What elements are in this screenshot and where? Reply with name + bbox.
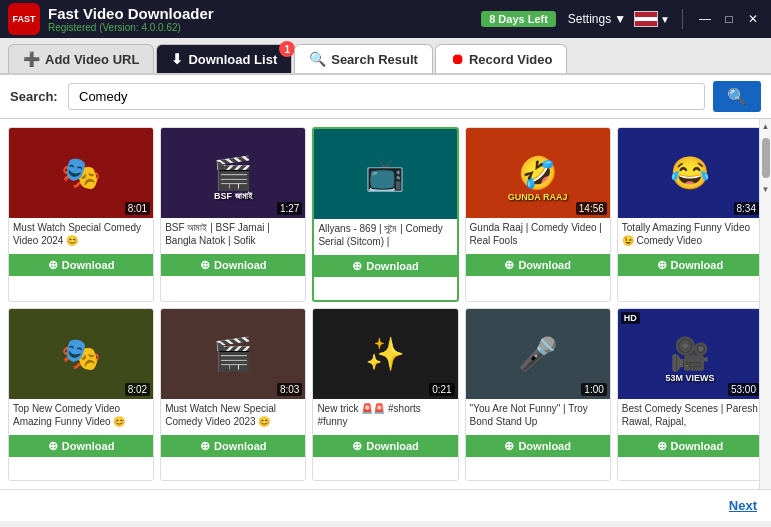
download-icon: ⊕	[48, 439, 58, 453]
record-icon: ⏺	[450, 51, 464, 67]
video-thumbnail: 🎥 53M VIEWS HD 53:00	[618, 309, 762, 399]
download-label: Download	[518, 259, 571, 271]
video-title: Must Watch New Special Comedy Video 2023…	[161, 399, 305, 435]
chevron-down-icon: ▼	[614, 12, 626, 26]
thumb-emoji: 🎬	[213, 154, 253, 192]
video-title: Must Watch Special Comedy Video 2024 😊	[9, 218, 153, 254]
download-button[interactable]: ⊕ Download	[314, 255, 456, 277]
video-card[interactable]: ✨ 0:21 New trick 🚨🚨 #shorts #funny ⊕ Dow…	[312, 308, 458, 481]
video-title: Best Comedy Scenes | Paresh Rawal, Rajpa…	[618, 399, 762, 435]
scroll-thumb[interactable]	[762, 138, 770, 178]
video-card[interactable]: 🎬 BSF জামাই 1:27 BSF আমাই | BSF Jamai | …	[160, 127, 306, 302]
search-label: Search:	[10, 89, 60, 104]
download-button[interactable]: ⊕ Download	[618, 254, 762, 276]
video-thumbnail: 📺	[314, 129, 456, 219]
video-grid-container: 🎭 8:01 Must Watch Special Comedy Video 2…	[0, 119, 771, 489]
video-card[interactable]: 🤣 GUNDA RAAJ 14:56 Gunda Raaj | Comedy V…	[465, 127, 611, 302]
thumb-emoji: ✨	[365, 335, 405, 373]
download-button[interactable]: ⊕ Download	[161, 435, 305, 457]
scroll-up-arrow[interactable]: ▲	[762, 119, 770, 134]
video-card[interactable]: 🎭 8:02 Top New Comedy Video Amazing Funn…	[8, 308, 154, 481]
download-list-icon: ⬇	[171, 51, 183, 67]
download-label: Download	[366, 260, 419, 272]
video-title: Allyans - 869 | সুমৈ | Comedy Serial (Si…	[314, 219, 456, 255]
download-label: Download	[518, 440, 571, 452]
video-duration: 8:01	[125, 202, 150, 215]
app-logo: FAST	[8, 3, 40, 35]
tab-search-result[interactable]: 🔍 Search Result	[294, 44, 433, 73]
video-card[interactable]: 🎬 8:03 Must Watch New Special Comedy Vid…	[160, 308, 306, 481]
video-thumbnail: 🎭 8:02	[9, 309, 153, 399]
video-card[interactable]: 😂 8:34 Totally Amazing Funny Video😉 Come…	[617, 127, 763, 302]
scrollbar[interactable]: ▲ ▼	[759, 119, 771, 489]
tab-record-label: Record Video	[469, 52, 553, 67]
title-bar: FAST Fast Video Downloader Registered (V…	[0, 0, 771, 38]
video-duration: 8:02	[125, 383, 150, 396]
tab-record-video[interactable]: ⏺ Record Video	[435, 44, 568, 73]
video-grid: 🎭 8:01 Must Watch Special Comedy Video 2…	[0, 119, 771, 489]
download-button[interactable]: ⊕ Download	[9, 435, 153, 457]
close-button[interactable]: ✕	[743, 9, 763, 29]
flag-area[interactable]: ▼	[634, 11, 670, 27]
download-label: Download	[62, 440, 115, 452]
video-card[interactable]: 🎭 8:01 Must Watch Special Comedy Video 2…	[8, 127, 154, 302]
download-icon: ⊕	[657, 439, 667, 453]
thumb-overlay-text: GUNDA RAAJ	[466, 192, 610, 202]
video-duration: 1:27	[277, 202, 302, 215]
thumb-emoji: 🤣	[518, 154, 558, 192]
next-button[interactable]: Next	[729, 498, 757, 513]
minimize-button[interactable]: —	[695, 9, 715, 29]
download-icon: ⊕	[504, 439, 514, 453]
app-title-area: Fast Video Downloader Registered (Versio…	[48, 5, 481, 33]
download-button[interactable]: ⊕ Download	[466, 435, 610, 457]
tab-download-list[interactable]: ⬇ Download List 1	[156, 44, 292, 73]
video-card[interactable]: 🎤 1:00 "You Are Not Funny" | Troy Bond S…	[465, 308, 611, 481]
download-badge: 1	[279, 41, 295, 57]
video-thumbnail: 🤣 GUNDA RAAJ 14:56	[466, 128, 610, 218]
app-name: Fast Video Downloader	[48, 5, 481, 22]
add-icon: ➕	[23, 51, 40, 67]
search-tab-icon: 🔍	[309, 51, 326, 67]
download-button[interactable]: ⊕ Download	[9, 254, 153, 276]
video-thumbnail: ✨ 0:21	[313, 309, 457, 399]
video-title: Totally Amazing Funny Video😉 Comedy Vide…	[618, 218, 762, 254]
thumb-emoji: 🎬	[213, 335, 253, 373]
video-duration: 53:00	[728, 383, 759, 396]
download-label: Download	[62, 259, 115, 271]
video-title: Gunda Raaj | Comedy Video | Real Fools	[466, 218, 610, 254]
download-button[interactable]: ⊕ Download	[618, 435, 762, 457]
thumb-emoji: 📺	[365, 155, 405, 193]
settings-button[interactable]: Settings ▼	[568, 12, 626, 26]
download-button[interactable]: ⊕ Download	[161, 254, 305, 276]
scroll-down-arrow[interactable]: ▼	[762, 182, 770, 197]
video-thumbnail: 🎬 8:03	[161, 309, 305, 399]
tab-add-label: Add Video URL	[45, 52, 139, 67]
video-thumbnail: 😂 8:34	[618, 128, 762, 218]
video-title: "You Are Not Funny" | Troy Bond Stand Up	[466, 399, 610, 435]
video-thumbnail: 🎬 BSF জামাই 1:27	[161, 128, 305, 218]
video-title: New trick 🚨🚨 #shorts #funny	[313, 399, 457, 435]
download-icon: ⊕	[200, 258, 210, 272]
download-label: Download	[214, 259, 267, 271]
download-label: Download	[214, 440, 267, 452]
download-label: Download	[671, 440, 724, 452]
download-button[interactable]: ⊕ Download	[313, 435, 457, 457]
download-icon: ⊕	[48, 258, 58, 272]
video-card[interactable]: 🎥 53M VIEWS HD 53:00 Best Comedy Scenes …	[617, 308, 763, 481]
download-icon: ⊕	[352, 439, 362, 453]
download-icon: ⊕	[200, 439, 210, 453]
download-icon: ⊕	[657, 258, 667, 272]
search-button[interactable]: 🔍	[713, 81, 761, 112]
window-controls: — □ ✕	[695, 9, 763, 29]
download-button[interactable]: ⊕ Download	[466, 254, 610, 276]
maximize-button[interactable]: □	[719, 9, 739, 29]
video-card[interactable]: 📺 Allyans - 869 | সুমৈ | Comedy Serial (…	[312, 127, 458, 302]
video-duration: 8:34	[734, 202, 759, 215]
download-label: Download	[671, 259, 724, 271]
thumb-emoji: 🎭	[61, 154, 101, 192]
search-input[interactable]	[68, 83, 705, 110]
download-icon: ⊕	[352, 259, 362, 273]
video-duration: 8:03	[277, 383, 302, 396]
search-bar: Search: 🔍	[0, 75, 771, 119]
tab-add-video[interactable]: ➕ Add Video URL	[8, 44, 154, 73]
